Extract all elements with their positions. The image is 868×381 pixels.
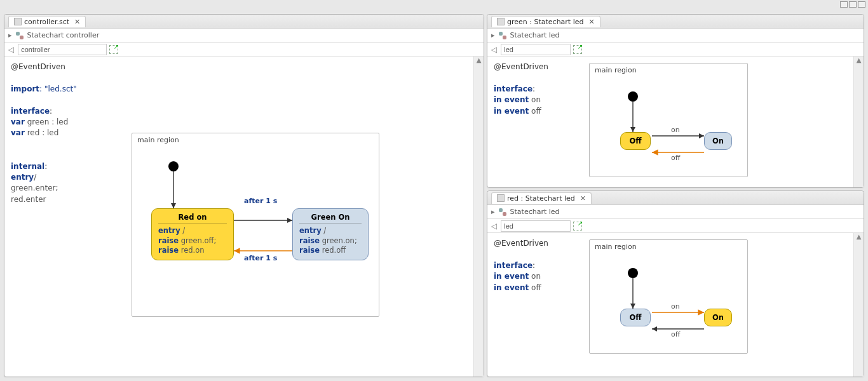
outline-filter-input[interactable] bbox=[501, 44, 571, 55]
diagram-canvas[interactable]: main region on off Off On bbox=[583, 233, 853, 377]
breadcrumb[interactable]: ▸ Statechart controller bbox=[4, 29, 484, 43]
tabbar: controller.sct ✕ bbox=[4, 15, 484, 29]
tabbar: green : Statechart led ✕ bbox=[487, 15, 864, 29]
state-title: Off bbox=[628, 137, 642, 145]
state-title: Red on bbox=[158, 213, 227, 224]
breadcrumb-label: Statechart led bbox=[510, 31, 560, 39]
definition-panel[interactable]: @EventDriven import: "led.sct" interface… bbox=[4, 57, 119, 377]
region-main[interactable]: main region on off Off On bbox=[589, 239, 748, 354]
kw-entry: entry bbox=[11, 173, 34, 182]
diagram-canvas[interactable]: main region on off Off On bbox=[583, 57, 853, 187]
kw-internal: internal bbox=[11, 162, 44, 171]
new-wizard-icon[interactable] bbox=[573, 45, 582, 54]
state-on[interactable]: On bbox=[704, 132, 732, 150]
state-body: entry / raise green.on; raise red.off bbox=[299, 226, 362, 256]
tab-close-icon[interactable]: ✕ bbox=[588, 18, 594, 26]
kw-in-event: in event bbox=[494, 283, 529, 292]
state-off[interactable]: Off bbox=[620, 309, 651, 326]
arrows-overlay bbox=[590, 240, 749, 354]
transition-off-label: off bbox=[671, 330, 680, 338]
tab-close-icon[interactable]: ✕ bbox=[580, 194, 586, 203]
outline-toolbar: ◁ bbox=[487, 219, 864, 233]
back-icon[interactable]: ◁ bbox=[490, 222, 498, 231]
transition-top-label: after 1 s bbox=[244, 197, 277, 205]
transition-bottom-label: after 1 s bbox=[244, 254, 277, 262]
transition-off-label: off bbox=[671, 154, 680, 162]
window-controls bbox=[840, 1, 865, 8]
outline-filter-input[interactable] bbox=[18, 44, 107, 55]
back-icon[interactable]: ◁ bbox=[7, 45, 15, 54]
scroll-up-icon: ▲ bbox=[474, 57, 484, 64]
vertical-scrollbar[interactable]: ▲ bbox=[853, 57, 864, 187]
outline-filter-input[interactable] bbox=[501, 220, 571, 232]
breadcrumb-arrow-icon: ▸ bbox=[8, 31, 12, 39]
arrows-overlay bbox=[590, 64, 749, 178]
kw-colon: : bbox=[50, 107, 52, 116]
kw-interface: interface bbox=[494, 261, 532, 270]
document-icon bbox=[497, 194, 505, 202]
editor-content: @EventDriven interface: in event on in e… bbox=[487, 233, 864, 377]
breadcrumb-label: Statechart controller bbox=[27, 31, 100, 39]
import-value: : "led.sct" bbox=[39, 84, 77, 93]
state-green-on[interactable]: Green On entry / raise green.on; raise r… bbox=[292, 208, 369, 260]
state-title: Green On bbox=[299, 213, 362, 224]
kw-interface: interface bbox=[494, 84, 532, 93]
decl-green: green : led bbox=[25, 117, 68, 126]
tab-green[interactable]: green : Statechart led ✕ bbox=[491, 16, 600, 27]
kw-import: import bbox=[11, 84, 39, 93]
editor-content: @EventDriven import: "led.sct" interface… bbox=[4, 57, 484, 377]
state-body: entry / raise green.off; raise red.on bbox=[158, 226, 227, 256]
back-icon[interactable]: ◁ bbox=[490, 45, 498, 54]
document-icon bbox=[497, 18, 505, 25]
breadcrumb[interactable]: ▸ Statechart led bbox=[487, 29, 864, 43]
vertical-scrollbar[interactable]: ▲ bbox=[853, 233, 864, 377]
editor-controller: controller.sct ✕ ▸ Statechart controller… bbox=[4, 14, 484, 377]
transition-on-label: on bbox=[671, 126, 680, 134]
initial-node-icon bbox=[628, 91, 638, 102]
entry-line1: green.enter; bbox=[11, 183, 112, 194]
breadcrumb-label: Statechart led bbox=[510, 208, 560, 216]
entry-slash: / bbox=[34, 173, 36, 182]
annotation-eventdriven: @EventDriven bbox=[494, 238, 576, 249]
decl-red: red : led bbox=[25, 128, 59, 137]
kw-in-event: in event bbox=[494, 107, 529, 116]
tab-title: red : Statechart led bbox=[507, 194, 575, 203]
transition-on-label: on bbox=[671, 302, 680, 311]
statechart-icon bbox=[16, 32, 24, 39]
kw-var: var bbox=[11, 117, 25, 126]
tabbar: red : Statechart led ✕ bbox=[487, 191, 864, 205]
breadcrumb-arrow-icon: ▸ bbox=[491, 31, 495, 39]
tab-red[interactable]: red : Statechart led ✕ bbox=[491, 192, 592, 204]
state-title: Off bbox=[628, 313, 642, 322]
new-wizard-icon[interactable] bbox=[573, 222, 582, 231]
new-wizard-icon[interactable] bbox=[109, 45, 118, 54]
entry-line2: red.enter bbox=[11, 194, 112, 205]
statechart-icon bbox=[499, 32, 506, 39]
definition-panel[interactable]: @EventDriven interface: in event on in e… bbox=[487, 57, 583, 187]
tab-title: green : Statechart led bbox=[507, 18, 583, 26]
minimize-icon[interactable] bbox=[840, 1, 848, 8]
state-title: On bbox=[712, 313, 724, 322]
editor-red-led: red : Statechart led ✕ ▸ Statechart led … bbox=[487, 190, 864, 377]
state-red-on[interactable]: Red on entry / raise green.off; raise re… bbox=[151, 208, 234, 260]
close-window-icon[interactable] bbox=[858, 1, 865, 8]
tab-close-icon[interactable]: ✕ bbox=[74, 18, 80, 26]
maximize-icon[interactable] bbox=[849, 1, 857, 8]
state-off[interactable]: Off bbox=[620, 132, 651, 150]
state-on[interactable]: On bbox=[704, 309, 732, 326]
kw-in-event: in event bbox=[494, 95, 529, 104]
editor-content: @EventDriven interface: in event on in e… bbox=[487, 57, 864, 187]
region-main[interactable]: main region on off Off On bbox=[589, 63, 748, 177]
state-title: On bbox=[712, 137, 724, 145]
tab-controller[interactable]: controller.sct ✕ bbox=[8, 16, 86, 27]
breadcrumb-arrow-icon: ▸ bbox=[491, 208, 495, 216]
vertical-scrollbar[interactable]: ▲ bbox=[473, 57, 484, 377]
document-icon bbox=[14, 18, 22, 25]
breadcrumb[interactable]: ▸ Statechart led bbox=[487, 205, 864, 219]
region-main[interactable]: main region after 1 s after 1 s Red on bbox=[132, 133, 379, 317]
definition-panel[interactable]: @EventDriven interface: in event on in e… bbox=[487, 233, 583, 377]
statechart-icon bbox=[499, 208, 506, 216]
annotation-eventdriven: @EventDriven bbox=[11, 62, 112, 72]
tab-title: controller.sct bbox=[24, 18, 69, 26]
diagram-canvas[interactable]: main region after 1 s after 1 s Red on bbox=[119, 57, 473, 377]
